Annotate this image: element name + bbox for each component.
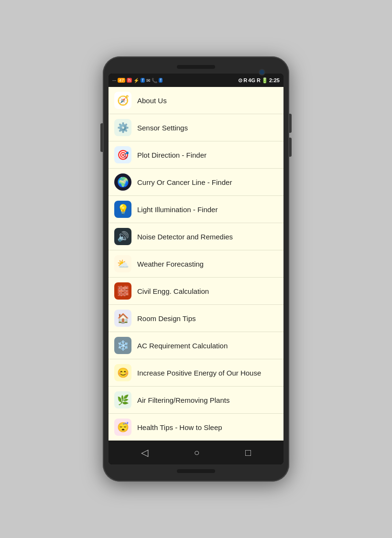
menu-item-weather-forecasting[interactable]: ⛅Weather Forecasting <box>109 250 283 278</box>
room-design-icon: 🏠 <box>114 310 131 327</box>
menu-item-light-illumination[interactable]: 💡Light Illumination - Finder <box>109 196 283 223</box>
battery-icon: 🔋 <box>261 77 268 84</box>
menu-item-civil-engg[interactable]: 🧱Civil Engg. Calculation <box>109 278 283 305</box>
room-design-label: Room Design Tips <box>137 314 196 323</box>
plot-direction-label: Plot Direction - Finder <box>137 151 207 159</box>
health-tips-label: Health Tips - How to Sleep <box>137 423 222 431</box>
wifi-icon: ⊙ <box>238 77 242 84</box>
ac-requirement-icon: ❄️ <box>114 337 131 354</box>
menu-item-about-us[interactable]: 🧭About Us <box>109 87 283 114</box>
navigation-bar: ◁ ○ □ <box>109 441 283 464</box>
speaker-top <box>177 65 215 69</box>
menu-item-noise-detector[interactable]: 🔊Noise Detector and Remedies <box>109 223 283 250</box>
ac-requirement-label: AC Requirement Calculation <box>137 342 228 350</box>
light-illumination-label: Light Illumination - Finder <box>137 205 218 214</box>
notifications-icon: ··· <box>112 78 116 83</box>
phone-icon: 📞 <box>152 78 157 83</box>
volume-up-button[interactable] <box>289 114 292 133</box>
bolt-icon: ⚡ <box>133 78 139 83</box>
menu-item-curry-line[interactable]: 🌍Curry Or Cancer Line - Finder <box>109 169 283 196</box>
positive-energy-label: Increase Positive Energy of Our House <box>137 369 261 377</box>
signal-icon: R <box>243 77 247 83</box>
weather-forecasting-icon: ⛅ <box>114 255 131 272</box>
air-filtering-label: Air Filtering/Removing Plants <box>137 396 229 404</box>
network-label: 4G R <box>248 77 261 83</box>
about-us-icon: 🧭 <box>114 92 131 109</box>
noise-detector-icon: 🔊 <box>114 228 131 245</box>
noise-detector-label: Noise Detector and Remedies <box>137 233 233 241</box>
menu-list: 🧭About Us⚙️Sensor Settings🎯Plot Directio… <box>109 87 283 441</box>
menu-item-room-design[interactable]: 🏠Room Design Tips <box>109 305 283 332</box>
app-icon-h: h <box>127 78 132 83</box>
power-button[interactable] <box>100 123 103 152</box>
menu-item-air-filtering[interactable]: 🌿Air Filtering/Removing Plants <box>109 387 283 414</box>
status-bar: ··· 47 h ⚡ f ✉ 📞 f ⊙ R 4G R 🔋 2:25 <box>109 74 283 87</box>
badge-47: 47 <box>118 78 125 83</box>
fb-icon: f <box>141 78 145 83</box>
menu-item-plot-direction[interactable]: 🎯Plot Direction - Finder <box>109 141 283 169</box>
menu-item-ac-requirement[interactable]: ❄️AC Requirement Calculation <box>109 332 283 359</box>
fb2-icon: f <box>159 78 163 83</box>
curry-line-label: Curry Or Cancer Line - Finder <box>137 178 232 186</box>
msg-icon: ✉ <box>146 78 150 83</box>
home-button[interactable]: ○ <box>186 443 207 462</box>
volume-down-button[interactable] <box>289 138 292 157</box>
sensor-settings-icon: ⚙️ <box>114 119 131 136</box>
back-button[interactable]: ◁ <box>133 443 156 462</box>
weather-forecasting-label: Weather Forecasting <box>137 260 204 268</box>
civil-engg-icon: 🧱 <box>114 282 131 300</box>
front-camera <box>260 70 264 75</box>
phone-device: ··· 47 h ⚡ f ✉ 📞 f ⊙ R 4G R 🔋 2:25 🧭Abou… <box>103 56 289 482</box>
speaker-bottom <box>177 469 215 473</box>
menu-item-positive-energy[interactable]: 😊Increase Positive Energy of Our House <box>109 359 283 387</box>
status-left-icons: ··· 47 h ⚡ f ✉ 📞 f <box>112 78 163 83</box>
civil-engg-label: Civil Engg. Calculation <box>137 287 209 295</box>
light-illumination-icon: 💡 <box>114 201 131 218</box>
menu-item-health-tips[interactable]: 😴Health Tips - How to Sleep <box>109 414 283 441</box>
phone-screen: ··· 47 h ⚡ f ✉ 📞 f ⊙ R 4G R 🔋 2:25 🧭Abou… <box>109 74 283 464</box>
time-display: 2:25 <box>269 77 280 83</box>
status-right-info: ⊙ R 4G R 🔋 2:25 <box>238 77 280 84</box>
recent-button[interactable]: □ <box>238 443 259 462</box>
about-us-label: About Us <box>137 97 167 105</box>
menu-item-sensor-settings[interactable]: ⚙️Sensor Settings <box>109 114 283 141</box>
plot-direction-icon: 🎯 <box>114 146 131 163</box>
health-tips-icon: 😴 <box>114 419 131 436</box>
air-filtering-icon: 🌿 <box>114 391 131 409</box>
curry-line-icon: 🌍 <box>114 173 131 191</box>
positive-energy-icon: 😊 <box>114 364 131 381</box>
sensor-settings-label: Sensor Settings <box>137 124 188 132</box>
